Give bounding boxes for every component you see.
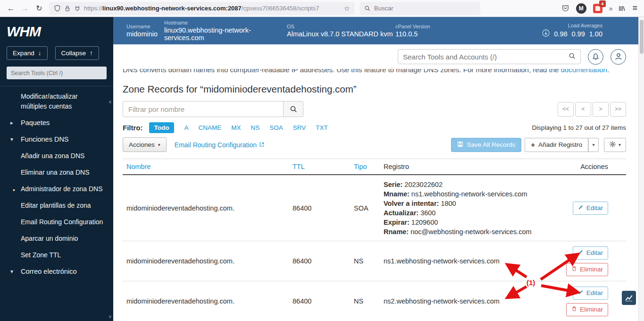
pagination-first-button[interactable]: <<	[558, 102, 574, 117]
pocket-icon[interactable]	[561, 4, 569, 12]
soa-label: Actualizar:	[384, 209, 418, 217]
user-account-button[interactable]	[611, 49, 626, 65]
sidebar-item-label: Añadir una zona DNS	[21, 152, 84, 160]
url-host: linux90.webhosting-network-services.com:…	[102, 5, 242, 12]
sidebar-item-aparcar-dominio[interactable]: Aparcar un dominio	[0, 230, 113, 247]
sidebar-item-label: Paquetes	[21, 119, 50, 127]
sidebar-item-correo-electronico[interactable]: ▾ Correo electrónico	[0, 263, 113, 280]
filter-pill-ns[interactable]: NS	[251, 124, 260, 131]
forward-icon[interactable]: →	[18, 2, 32, 15]
sidebar-item-label: Email Routing Configuration	[21, 218, 103, 226]
sidebar-item-eliminar-zona[interactable]: Eliminar una zona DNS	[0, 164, 113, 181]
extension-icon[interactable]: 4	[593, 4, 602, 13]
edit-button[interactable]: Editar	[573, 287, 608, 300]
permissions-icon[interactable]	[74, 5, 81, 12]
sidebar-item-paquetes[interactable]: ▸ Paquetes	[0, 115, 113, 131]
sidebar-item-anadir-zona[interactable]: Añadir una zona DNS	[0, 148, 113, 164]
page-scrollbar[interactable]	[638, 17, 644, 321]
edit-button[interactable]: Editar	[573, 246, 608, 260]
sidebar-item-administrador-zona-dns[interactable]: ● Administrador de zona DNS	[0, 181, 113, 197]
filter-pill-srv[interactable]: SRV	[293, 124, 306, 131]
bookmark-star-icon[interactable]: ☆	[344, 4, 350, 13]
sidebar-item-label: Funciones DNS	[21, 135, 69, 143]
add-record-caret-button[interactable]: ▾	[588, 138, 599, 152]
cell-nombre: midominiodereventadehosting.com.	[123, 297, 289, 305]
back-icon[interactable]: ←	[4, 2, 18, 15]
sidebar-item-email-routing[interactable]: Email Routing Configuration	[0, 214, 113, 230]
tools-search-input[interactable]	[403, 53, 569, 61]
collapse-button[interactable]: Collapse ↑	[55, 46, 99, 60]
username-label: Username	[126, 24, 164, 29]
filter-pill-cname[interactable]: CNAME	[199, 124, 222, 131]
feedback-widget-button[interactable]	[622, 291, 636, 305]
expand-label: Expand	[13, 50, 34, 57]
pencil-icon	[578, 204, 584, 211]
browser-search-field[interactable]: Buscar	[360, 2, 480, 15]
plus-icon: +	[531, 141, 535, 149]
cell-acciones: Editar Eliminar	[546, 287, 626, 316]
filter-pill-a[interactable]: A	[184, 124, 188, 131]
tools-search-field[interactable]	[398, 49, 581, 64]
browser-right-icons: M 4 » ≡	[561, 3, 640, 14]
filtro-label: Filtro:	[123, 124, 143, 132]
col-header-tipo[interactable]: Tipo	[350, 159, 380, 174]
sidebar-scroll-down-icon[interactable]: ∨	[109, 314, 112, 319]
notifications-bell-button[interactable]	[588, 49, 603, 65]
table-header-row: Nombre TTL Tipo Registro Acciones	[123, 159, 626, 175]
page-scrollbar-thumb[interactable]	[640, 20, 644, 54]
displaying-count: Displaying 1 to 27 out of 27 items	[532, 124, 626, 131]
hostname-value: linux90.webhosting-network-services.com	[164, 26, 287, 42]
pagination-last-button[interactable]: >>	[610, 102, 626, 117]
whm-logo[interactable]: WHM	[0, 17, 113, 40]
filter-name-input[interactable]	[123, 101, 284, 117]
sidebar-buttons: Expand ↓ Collapse ↑	[0, 40, 113, 60]
col-header-registro: Registro	[380, 159, 546, 174]
save-all-records-button[interactable]: Save All Records	[451, 138, 521, 152]
sidebar-item-modificar-cuentas[interactable]: Modificar/actualizar múltiples cuentas	[0, 88, 113, 115]
filter-pill-soa[interactable]: SOA	[269, 124, 283, 131]
filter-pill-todo[interactable]: Todo	[149, 122, 175, 133]
email-routing-configuration-link[interactable]: Email Routing Configuration	[175, 141, 265, 149]
username-value: midominio	[126, 30, 164, 38]
add-record-button[interactable]: + Añadir Registro	[525, 138, 588, 152]
pagination-prev-button[interactable]: <	[575, 102, 591, 117]
refresh-icon[interactable]: ↻	[32, 2, 46, 15]
col-header-nombre[interactable]: Nombre	[123, 159, 289, 174]
delete-button[interactable]: Eliminar	[566, 263, 608, 276]
sidebar-item-set-zone-ttl[interactable]: Set Zone TTL	[0, 247, 113, 263]
whm-sidebar: WHM Expand ↓ Collapse ↑ ∧ Modificar/actu…	[0, 17, 113, 321]
acciones-label: Acciones	[129, 141, 155, 148]
shield-icon[interactable]	[54, 5, 61, 12]
lock-icon[interactable]	[64, 5, 71, 12]
delete-label: Eliminar	[580, 306, 603, 313]
gear-icon	[609, 141, 616, 149]
browser-toolbar: ← → ↻ https://linux90.webhosting-network…	[0, 0, 644, 17]
load-down-circle-icon[interactable]	[542, 29, 550, 39]
edit-button[interactable]: Editar	[573, 202, 608, 215]
overflow-chevrons-icon[interactable]: »	[609, 5, 612, 12]
chevron-down-icon: ▾	[10, 135, 13, 144]
sidebar-item-editar-plantillas[interactable]: Editar plantillas de zona	[0, 197, 113, 214]
sidebar-search-input[interactable]	[7, 67, 107, 79]
profile-avatar[interactable]: M	[576, 3, 586, 14]
server-load-averages: Load Averages 0.98 0.99 1.00	[542, 23, 626, 39]
delete-button[interactable]: Eliminar	[566, 303, 608, 316]
library-icon[interactable]	[618, 5, 626, 12]
address-bar[interactable]: https://linux90.webhosting-network-servi…	[49, 2, 355, 15]
save-icon	[457, 141, 463, 149]
sidebar-item-funciones-dns[interactable]: ▾ Funciones DNS	[0, 131, 113, 148]
expand-button[interactable]: Expand ↓	[7, 46, 48, 60]
sidebar-scroll-up-icon[interactable]: ∧	[109, 99, 112, 104]
record-action-buttons: Save All Records + Añadir Registro ▾ ▾	[451, 138, 626, 152]
pagination-next-button[interactable]: >	[593, 102, 609, 117]
settings-gear-button[interactable]: ▾	[604, 138, 626, 152]
filter-pill-txt[interactable]: TXT	[316, 124, 328, 131]
sidebar-item-label: Aparcar un dominio	[21, 235, 78, 242]
acciones-dropdown-button[interactable]: Acciones ▾	[123, 137, 167, 152]
filter-search-button[interactable]	[284, 101, 303, 117]
tools-header	[113, 44, 638, 69]
table-row-ns2: midominiodereventadehosting.com. 86400 N…	[123, 281, 626, 321]
menu-icon[interactable]: ≡	[632, 3, 637, 13]
col-header-ttl[interactable]: TTL	[289, 159, 350, 174]
filter-pill-mx[interactable]: MX	[231, 124, 241, 131]
